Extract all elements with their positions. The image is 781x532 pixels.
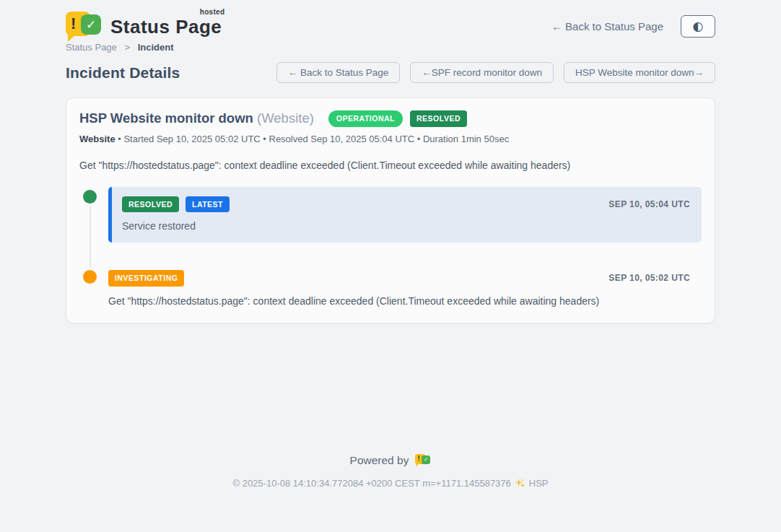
breadcrumb-status-page[interactable]: Status Page [66,42,117,53]
header: ! ✓ Status Page hosted ← Back to Status … [66,0,715,42]
breadcrumb-separator: > [124,42,130,53]
timeline-dot-investigating [83,270,97,284]
incident-title-text: HSP Website monitor down [79,110,253,126]
status-page-logo[interactable]: ! ✓ Status Page hosted [66,10,222,42]
check-icon: ✓ [86,19,96,31]
update-message: Service restored [122,220,690,232]
incident-card-header: HSP Website monitor down (Website) OPERA… [79,110,702,127]
exclamation-glyph: ! [415,455,419,463]
incident-meta: Website • Started Sep 10, 2025 05:02 UTC… [79,134,702,144]
timeline-item-content: RESOLVED LATEST SEP 10, 05:04 UTC Servic… [108,187,702,243]
incident-service-name: Website [79,134,115,144]
incident-scope: (Website) [257,110,314,126]
check-icon: ✓ [424,457,429,463]
half-circle-contrast-icon: ◐ [693,20,704,32]
incident-meta-details: • Started Sep 10, 2025 05:02 UTC • Resol… [115,134,510,144]
incident-description: Get "https://hostedstatus.page": context… [79,160,702,171]
main-content: Status Page > Incident Incident Details … [66,42,715,323]
update-box: INVESTIGATING SEP 10, 05:02 UTC Get "htt… [108,267,702,307]
header-actions: ← Back to Status Page ◐ [551,15,715,38]
latest-update-box: RESOLVED LATEST SEP 10, 05:04 UTC Servic… [108,187,702,243]
timeline-rail [79,187,101,243]
breadcrumb-incident: Incident [138,42,174,53]
powered-by-text: Powered by [350,454,409,467]
page-title: Incident Details [66,64,180,82]
incident-card: HSP Website monitor down (Website) OPERA… [66,97,715,323]
update-latest-badge: LATEST [186,196,230,213]
next-incident-button[interactable]: HSP Website monitor down→ [564,62,715,83]
incident-nav-buttons: ← Back to Status Page ←SPF record monito… [276,62,715,83]
back-to-status-page-link[interactable]: ← Back to Status Page [551,20,663,32]
timeline-rail [79,267,101,307]
incident-title: HSP Website monitor down (Website) [79,110,314,126]
status-page-mini-logo-icon[interactable]: ! ✓ [415,453,431,468]
logo-wordmark: Status Page hosted [110,16,222,38]
theme-toggle-button[interactable]: ◐ [681,15,715,38]
timeline-item-resolved: RESOLVED LATEST SEP 10, 05:04 UTC Servic… [79,187,702,243]
copyright-line: © 2025-10-08 14:10:34.772084 +0200 CEST … [0,478,781,489]
logo-hosted-superscript: hosted [200,8,225,16]
copyright-text: © 2025-10-08 14:10:34.772084 +0200 CEST … [232,478,510,489]
update-resolved-badge: RESOLVED [122,196,179,213]
update-timestamp: SEP 10, 05:04 UTC [608,199,690,209]
operational-status-badge: OPERATIONAL [328,110,403,127]
prev-incident-button[interactable]: ←SPF record monitor down [410,62,554,83]
title-row: Incident Details ← Back to Status Page ←… [66,62,715,83]
powered-by: Powered by ! ✓ [0,453,781,468]
status-page-logo-icon: ! ✓ [66,10,102,42]
copyright-brand: HSP [529,478,549,489]
logo-wordmark-text: Status Page [110,16,222,38]
back-to-status-page-button[interactable]: ← Back to Status Page [276,62,401,83]
breadcrumb: Status Page > Incident [66,42,715,53]
update-timestamp: SEP 10, 05:02 UTC [608,273,690,283]
timeline-item-content: INVESTIGATING SEP 10, 05:02 UTC Get "htt… [108,267,702,307]
timeline-dot-resolved [83,190,97,204]
exclamation-glyph: ! [66,16,76,32]
resolved-status-badge: RESOLVED [410,110,467,127]
footer: Powered by ! ✓ © 2025-10-08 14:10:34.772… [0,453,781,489]
update-header: RESOLVED LATEST SEP 10, 05:04 UTC [122,196,690,213]
logo-check-bubble: ✓ [81,14,101,35]
sparkles-icon [515,478,525,489]
update-investigating-badge: INVESTIGATING [108,270,184,287]
incident-timeline: RESOLVED LATEST SEP 10, 05:04 UTC Servic… [79,187,702,307]
update-header: INVESTIGATING SEP 10, 05:02 UTC [108,270,690,287]
timeline-item-investigating: INVESTIGATING SEP 10, 05:02 UTC Get "htt… [79,267,702,307]
update-message: Get "https://hostedstatus.page": context… [108,295,690,307]
